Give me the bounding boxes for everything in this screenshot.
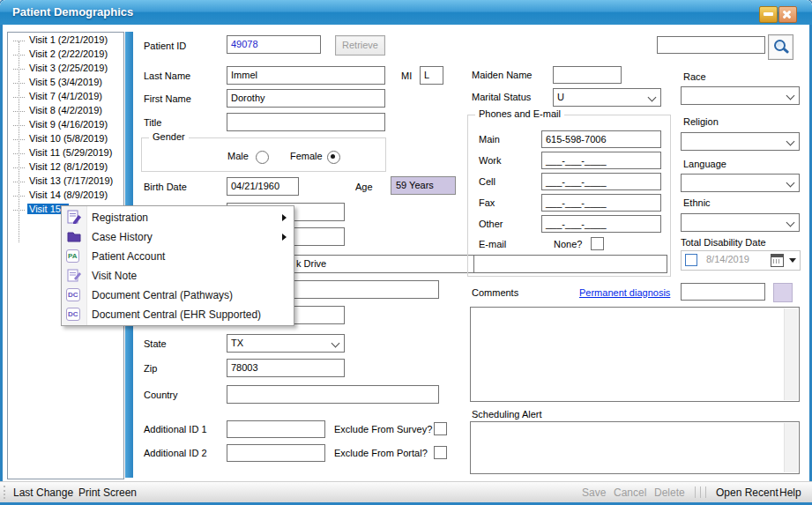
mi-input[interactable]: L — [420, 66, 443, 85]
tree-connector-icon — [13, 83, 25, 84]
visit-item[interactable]: Visit 9 (4/16/2019) — [8, 117, 123, 131]
title-label: Title — [144, 117, 161, 128]
visit-item[interactable]: Visit 12 (8/1/2019) — [8, 160, 123, 174]
exclude-survey-checkbox[interactable] — [434, 422, 447, 435]
toolbar-separator — [700, 486, 701, 498]
language-select[interactable] — [681, 174, 800, 192]
chevron-down-icon — [786, 92, 795, 100]
visit-item[interactable]: Visit 3 (2/25/2019) — [8, 61, 123, 75]
phone-other-label: Other — [479, 219, 503, 229]
close-button[interactable] — [778, 6, 797, 23]
maiden-name-input[interactable] — [553, 66, 622, 84]
visit-item[interactable]: Visit 7 (4/1/2019) — [8, 89, 123, 103]
ethnic-label: Ethnic — [683, 197, 711, 208]
visit-item-label: Visit 8 (4/2/2019) — [27, 105, 104, 115]
exclude-portal-label: Exclude From Portal? — [334, 448, 428, 458]
last-change-button[interactable]: Last Change — [13, 486, 73, 499]
tree-connector-icon — [13, 196, 25, 197]
first-name-input[interactable]: Dorothy — [227, 89, 385, 108]
exclude-portal-checkbox[interactable] — [434, 446, 447, 459]
visit-item[interactable]: Visit 11 (5/29/2019) — [8, 145, 123, 160]
phone-main-input[interactable]: 615-598-7006 — [541, 130, 661, 148]
visit-item-label: Visit 14 (8/9/2019) — [27, 189, 109, 200]
folder-icon — [66, 229, 82, 245]
visit-item[interactable]: Visit 8 (4/2/2019) — [8, 103, 123, 117]
search-button[interactable] — [768, 34, 793, 60]
gender-female-radio[interactable] — [327, 151, 340, 164]
age-value: 59 Years — [391, 176, 456, 195]
search-icon — [774, 40, 786, 51]
save-button[interactable]: Save — [582, 486, 606, 499]
comments-scrollbar[interactable] — [784, 308, 798, 400]
open-recent-button[interactable]: Open Recent — [716, 486, 778, 499]
scheduling-scrollbar[interactable] — [784, 423, 798, 472]
phone-other-input[interactable]: ___-___-____ — [541, 215, 661, 233]
help-button[interactable]: Help — [779, 486, 801, 499]
scheduling-alert-textarea[interactable] — [470, 421, 800, 474]
delete-button[interactable]: Delete — [654, 486, 685, 499]
visit-item[interactable]: Visit 10 (5/8/2019) — [8, 131, 123, 145]
state-select[interactable]: TX — [227, 334, 345, 353]
tree-connector-icon — [13, 167, 25, 168]
menu-item-visit-note[interactable]: Visit Note — [62, 266, 294, 286]
tree-connector-icon — [13, 97, 25, 98]
toolbar-separator — [705, 486, 706, 498]
calendar-icon[interactable] — [771, 254, 784, 267]
note-pencil-icon — [66, 268, 82, 284]
diagnosis-color-swatch[interactable] — [773, 283, 793, 302]
tree-connector-icon — [13, 182, 25, 182]
comments-textarea[interactable] — [470, 307, 800, 402]
phone-cell-input[interactable]: ___-___-____ — [541, 173, 661, 190]
retrieve-button[interactable]: Retrieve — [335, 35, 385, 56]
race-select[interactable] — [681, 86, 800, 105]
birth-date-input[interactable]: 04/21/1960 — [227, 177, 299, 196]
chevron-down-icon — [648, 93, 657, 102]
menu-item-document-central-ehr[interactable]: DC Document Central (EHR Supported) — [62, 305, 294, 324]
minimize-button[interactable] — [759, 6, 778, 23]
phones-group-label: Phones and E-mail — [475, 108, 564, 119]
print-screen-button[interactable]: Print Screen — [78, 486, 137, 499]
email-input[interactable] — [473, 255, 667, 273]
title-input[interactable] — [227, 113, 385, 131]
permanent-diagnosis-link[interactable]: Permanent diagnosis — [579, 287, 670, 298]
visit-item[interactable]: Visit 5 (3/4/2019) — [8, 75, 123, 89]
email-none-checkbox[interactable] — [591, 237, 604, 250]
menu-item-case-history[interactable]: Case History — [62, 227, 294, 247]
ethnic-select[interactable] — [681, 213, 800, 232]
country-input[interactable] — [227, 385, 439, 404]
gender-male-label: Male — [227, 151, 249, 161]
visit-item[interactable]: Visit 14 (8/9/2019) — [8, 188, 123, 202]
total-disability-datepicker[interactable]: 8/14/2019 — [681, 250, 801, 271]
visit-item[interactable]: Visit 2 (2/22/2019) — [8, 47, 123, 61]
marital-status-select[interactable]: U — [553, 88, 661, 107]
menu-item-registration[interactable]: Registration — [62, 208, 294, 227]
last-name-input[interactable]: Immel — [227, 66, 385, 85]
toolbar-grip-icon[interactable] — [4, 486, 5, 499]
search-input[interactable] — [657, 36, 765, 54]
gender-male-radio[interactable] — [256, 151, 269, 164]
visit-item[interactable]: Visit 1 (2/21/2019) — [8, 33, 123, 47]
total-disability-checkbox[interactable] — [685, 254, 697, 266]
additional-id-2-label: Additional ID 2 — [144, 448, 207, 458]
permanent-diagnosis-input[interactable] — [681, 283, 765, 301]
calendar-dropdown-icon[interactable] — [789, 258, 796, 263]
additional-id-2-input[interactable] — [227, 444, 325, 462]
cancel-button[interactable]: Cancel — [614, 486, 646, 499]
tree-connector-icon — [13, 139, 25, 140]
visit-item-label: Visit 11 (5/29/2019) — [27, 147, 114, 158]
visit-item-label: Visit 5 (3/4/2019) — [27, 77, 104, 87]
additional-id-1-input[interactable] — [227, 420, 325, 438]
race-label: Race — [683, 71, 706, 82]
phone-work-input[interactable]: ___-___-____ — [541, 152, 661, 169]
patient-id-input[interactable]: 49078 — [227, 35, 321, 54]
religion-select[interactable] — [681, 132, 800, 151]
menu-item-document-central-pathways[interactable]: DC Document Central (Pathways) — [62, 286, 294, 305]
menu-item-patient-account[interactable]: PA Patient Account — [62, 247, 294, 266]
visit-item-label: Visit 12 (8/1/2019) — [27, 161, 109, 172]
submenu-arrow-icon — [282, 234, 287, 241]
window-title: Patient Demographics — [12, 5, 133, 19]
patient-demographics-window: Patient Demographics Visit 1 (2/21/2019)… — [0, 0, 812, 505]
visit-item[interactable]: Visit 13 (7/17/2019) — [8, 174, 123, 188]
phone-fax-input[interactable]: ___-___-____ — [541, 194, 661, 212]
zip-input[interactable]: 78003 — [227, 359, 345, 377]
